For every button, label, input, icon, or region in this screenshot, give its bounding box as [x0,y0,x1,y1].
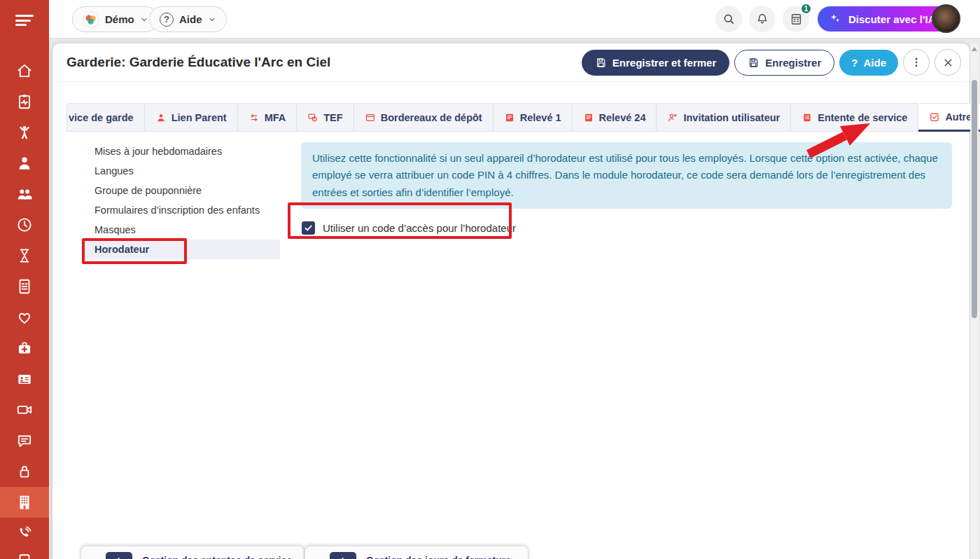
transfer-icon [307,112,318,123]
clock-icon[interactable] [0,209,49,240]
close-icon [942,57,954,69]
save-icon [595,57,607,69]
subnav-label: Mises à jour hebdomadaires [94,146,222,157]
calculator-icon [790,13,803,26]
invoice-document-icon[interactable] [0,271,49,302]
workspace: Garderie: Garderie Éducative l'Arc en Ci… [49,39,980,559]
subnav-item-groupe-pouponniere[interactable]: Groupe de pouponnière [84,181,280,200]
search-icon [722,12,736,26]
video-camera-icon[interactable] [0,394,49,425]
checkbox-icon [929,111,940,123]
card-title: Gestion des jours de fermeture [366,555,511,559]
save-label: Enregistrer [765,57,821,69]
tab-invitation-utilisateur[interactable]: Invitation utilisateur [657,103,791,132]
tab-strip: vice de garde Lien Parent MFA TEF Border… [66,103,969,132]
heart-icon[interactable] [0,302,49,333]
tab-service-de-garde[interactable]: vice de garde [66,103,145,132]
page-title: Garderie: Garderie Éducative l'Arc en Ci… [66,55,330,70]
question-mark-icon: ? [851,57,858,69]
subnav-label: Langues [94,165,134,177]
menu-toggle-icon[interactable] [0,0,49,41]
subnav-item-mises-a-jour[interactable]: Mises à jour hebdomadaires [84,142,280,161]
tab-mfa[interactable]: MFA [238,103,298,132]
activity-clipboard-icon[interactable] [0,86,49,117]
tab-label: Relevé 24 [599,112,646,123]
ai-chat-label: Discuter avec l'IA [848,13,935,25]
tray-icon [365,112,376,123]
save-and-close-label: Enregistrer et fermer [612,57,716,69]
app-logo-icon [83,11,99,28]
phone-icon[interactable] [0,518,49,548]
search-button[interactable] [715,6,742,32]
id-card-icon[interactable] [0,364,49,394]
tab-tef[interactable]: TEF [297,103,354,132]
save-icon [748,57,760,69]
calculator-button[interactable]: 1 [783,6,809,32]
people-group-icon[interactable] [0,179,49,209]
info-banner: Utilisez cette fonctionnalité si un seul… [301,142,952,209]
save-and-close-button[interactable]: Enregistrer et fermer [582,50,729,76]
tab-label: Invitation utilisateur [683,112,780,123]
help-menu[interactable]: ? Aide [149,6,227,32]
dialog-help-button[interactable]: ? Aide [839,50,898,76]
person-plus-icon [667,112,678,123]
statement-icon [504,112,515,123]
back-button[interactable] [330,552,356,559]
subnav-item-masques[interactable]: Masques [84,220,280,240]
tab-bordereaux-de-depot[interactable]: Bordereaux de dépôt [354,103,493,132]
device-partial-icon[interactable] [0,548,49,559]
check-icon [304,223,313,233]
scrollbar-up-arrow[interactable] [972,47,977,51]
hourglass-icon[interactable] [0,240,49,271]
subnav-item-formulaires-inscription[interactable]: Formulaires d’inscription des enfants [84,200,280,220]
tab-releve-1[interactable]: Relevé 1 [493,103,573,132]
tab-entente-de-service[interactable]: Entente de service [791,103,918,132]
person-icon [155,112,167,123]
first-aid-kit-icon[interactable] [0,333,49,364]
more-options-button[interactable] [903,49,930,76]
help-menu-label: Aide [179,13,202,25]
chat-icon[interactable] [0,425,49,456]
ai-chat-button[interactable]: Discuter avec l'IA [818,6,949,32]
child-icon[interactable] [0,117,49,148]
settings-subnav: Mises à jour hebdomadaires Langues Group… [84,142,280,259]
subnav-item-horodateur[interactable]: Horodateur [84,240,280,259]
tab-label: Bordereaux de dépôt [381,112,482,123]
scrollbar-thumb[interactable] [972,80,977,318]
close-button[interactable] [934,49,961,76]
lock-icon[interactable] [0,456,49,487]
subnav-label: Formulaires d’inscription des enfants [94,205,260,216]
notifications-button[interactable] [749,6,776,32]
access-code-checkbox[interactable] [302,221,315,235]
tab-lien-parent[interactable]: Lien Parent [145,103,238,132]
building-icon[interactable] [0,487,49,518]
kebab-icon [910,56,923,69]
org-switcher-label: Démo [105,13,134,25]
document-lines-icon [802,112,813,123]
home-icon[interactable] [0,55,49,86]
subnav-item-langues[interactable]: Langues [84,161,280,181]
avatar[interactable] [932,4,960,33]
sidebar-nav [0,55,49,559]
tab-releve-24[interactable]: Relevé 24 [573,103,657,132]
chevron-down-icon [140,15,148,24]
arrow-left-icon [114,555,125,559]
card-title: Gestion des ententes de service [142,555,292,559]
subnav-label: Horodateur [94,244,149,255]
subnav-label: Masques [94,224,136,235]
tab-label: TEF [323,112,342,123]
educator-icon[interactable] [0,148,49,179]
org-switcher[interactable]: Démo [72,6,159,32]
tab-label: Relevé 1 [520,112,561,123]
dialog-help-label: Aide [863,57,886,69]
subnav-label: Groupe de pouponnière [94,185,202,196]
topbar: Démo ? Aide 1 Discuter avec l'IA [49,0,980,39]
access-code-checkbox-label[interactable]: Utiliser un code d’accès pour l’horodate… [323,222,516,234]
chevron-down-icon [208,15,216,24]
access-code-setting: Utiliser un code d’accès pour l’horodate… [301,221,952,235]
back-button[interactable] [106,552,132,559]
vertical-scrollbar[interactable] [970,43,979,559]
tab-label: vice de garde [69,112,134,123]
card-gestion-jours-fermeture: Gestion des jours de fermeture [304,546,528,559]
save-button[interactable]: Enregistrer [734,50,834,76]
